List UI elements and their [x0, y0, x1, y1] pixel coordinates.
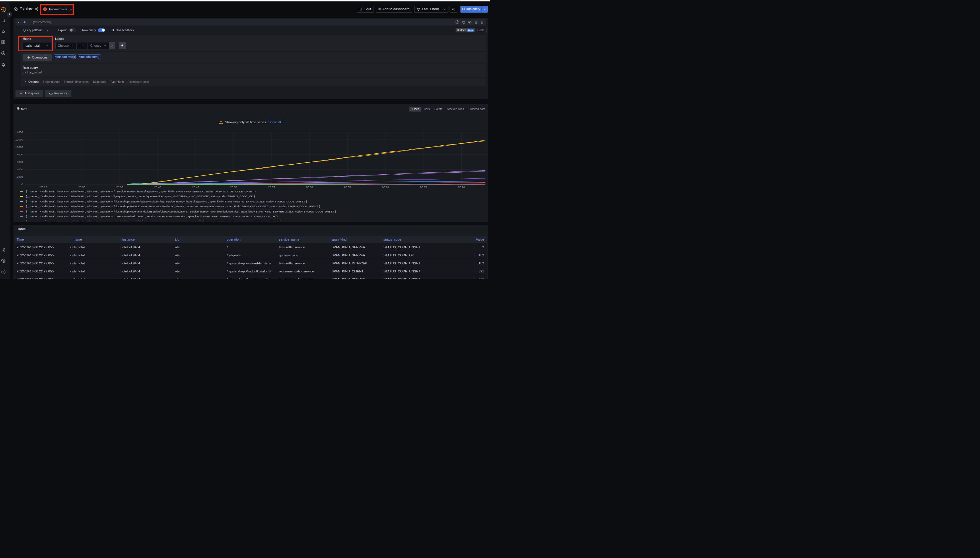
svg-text:10000: 10000 [15, 145, 23, 149]
svg-text:23:25: 23:25 [41, 185, 47, 189]
svg-text:23:40: 23:40 [155, 185, 161, 189]
svg-text:0: 0 [21, 183, 23, 186]
svg-text:00:05: 00:05 [344, 185, 351, 189]
svg-text:23:30: 23:30 [78, 185, 85, 189]
svg-text:12000: 12000 [15, 138, 23, 141]
svg-text:00:10: 00:10 [382, 185, 389, 189]
svg-text:4000: 4000 [17, 168, 23, 171]
svg-text:23:45: 23:45 [192, 185, 199, 189]
svg-text:00:00: 00:00 [306, 185, 313, 189]
svg-text:6000: 6000 [17, 160, 23, 163]
svg-text:23:50: 23:50 [230, 185, 237, 189]
svg-text:23:35: 23:35 [116, 185, 123, 189]
svg-text:8000: 8000 [17, 153, 23, 156]
svg-text:14000: 14000 [15, 130, 23, 134]
svg-text:23:55: 23:55 [268, 185, 275, 189]
svg-text:00:20: 00:20 [458, 185, 465, 189]
svg-text:00:15: 00:15 [420, 185, 427, 189]
svg-text:2000: 2000 [17, 175, 23, 178]
